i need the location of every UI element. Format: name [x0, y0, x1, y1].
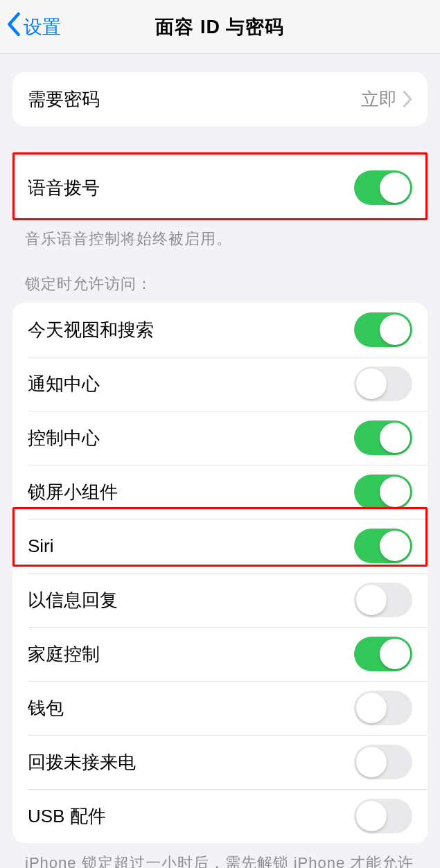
locked-access-row: 家庭控制	[12, 627, 428, 681]
require-passcode-row[interactable]: 需要密码 立即	[12, 72, 428, 126]
locked-access-row: 通知中心	[12, 357, 428, 411]
locked-access-row: 今天视图和搜索	[12, 303, 428, 357]
passcode-group: 需要密码 立即	[12, 72, 428, 126]
chevron-right-icon	[403, 91, 412, 107]
locked-access-row: 回拨未接来电	[12, 735, 428, 789]
voice-dial-label: 语音拨号	[28, 176, 354, 200]
locked-access-toggle[interactable]	[354, 745, 412, 779]
locked-access-toggle[interactable]	[354, 637, 412, 671]
locked-access-toggle[interactable]	[354, 312, 412, 347]
locked-access-toggle[interactable]	[354, 529, 412, 563]
locked-access-toggle[interactable]	[354, 583, 412, 617]
locked-access-row: 钱包	[12, 681, 428, 735]
locked-access-label: 以信息回复	[28, 588, 354, 612]
voice-dial-toggle[interactable]	[354, 170, 412, 205]
locked-access-label: 通知中心	[28, 372, 354, 396]
voice-dial-group: 语音拨号	[12, 157, 428, 219]
locked-access-label: 今天视图和搜索	[28, 318, 354, 342]
locked-access-toggle[interactable]	[354, 691, 412, 725]
back-label: 设置	[24, 15, 61, 39]
locked-access-group: 今天视图和搜索通知中心控制中心锁屏小组件Siri以信息回复家庭控制钱包回拨未接来…	[12, 303, 428, 843]
locked-access-label: USB 配件	[28, 804, 354, 829]
locked-access-label: 控制中心	[28, 426, 354, 450]
locked-access-toggle[interactable]	[354, 799, 412, 833]
nav-bar: 设置 面容 ID 与密码	[0, 0, 440, 54]
locked-access-label: 锁屏小组件	[28, 480, 354, 504]
locked-access-row: USB 配件	[12, 789, 428, 843]
locked-access-row: 以信息回复	[12, 573, 428, 627]
voice-dial-row: 语音拨号	[12, 157, 428, 219]
chevron-left-icon	[7, 12, 21, 41]
voice-dial-footnote: 音乐语音控制将始终被启用。	[25, 227, 418, 250]
locked-access-toggle[interactable]	[354, 366, 412, 401]
locked-access-label: 回拨未接来电	[28, 750, 354, 774]
locked-section-header: 锁定时允许访问：	[25, 274, 418, 294]
content: 需要密码 立即 语音拨号 音乐语音控制将始终被启用。 锁定时允许访问： 今天视图…	[0, 72, 440, 868]
locked-access-label: Siri	[28, 535, 354, 557]
locked-access-row: Siri	[12, 519, 428, 573]
locked-access-toggle[interactable]	[354, 475, 412, 509]
locked-access-label: 钱包	[28, 696, 354, 720]
locked-section-footnote: iPhone 锁定超过一小时后，需先解锁 iPhone 才能允许 USB 配件连…	[25, 851, 418, 868]
locked-access-label: 家庭控制	[28, 642, 354, 666]
back-button[interactable]: 设置	[7, 12, 61, 41]
locked-access-row: 控制中心	[12, 411, 428, 465]
locked-access-row: 锁屏小组件	[12, 465, 428, 519]
page-title: 面容 ID 与密码	[155, 15, 284, 39]
locked-access-toggle[interactable]	[354, 420, 412, 455]
require-passcode-label: 需要密码	[28, 87, 361, 112]
require-passcode-value: 立即	[361, 87, 397, 112]
